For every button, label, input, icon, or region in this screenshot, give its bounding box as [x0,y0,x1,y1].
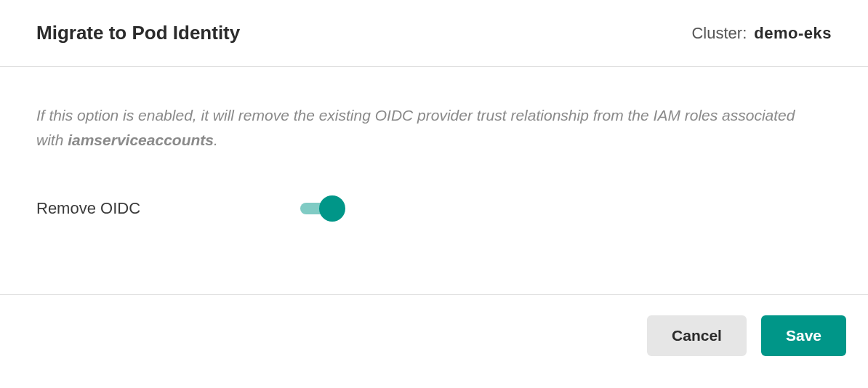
description-text-suffix: . [214,132,218,148]
dialog-footer: Cancel Save [0,295,868,376]
remove-oidc-label: Remove OIDC [36,199,140,218]
remove-oidc-toggle[interactable] [300,195,345,222]
cluster-name: demo-eks [754,24,832,43]
dialog-content: If this option is enabled, it will remov… [0,67,868,295]
cluster-label: Cluster: [691,24,747,43]
cancel-button[interactable]: Cancel [647,315,747,356]
dialog-header: Migrate to Pod Identity Cluster: demo-ek… [0,0,868,67]
cluster-info: Cluster: demo-eks [691,24,832,43]
option-description: If this option is enabled, it will remov… [36,103,807,152]
toggle-thumb [319,195,345,222]
description-text-bold: iamserviceaccounts [68,132,214,148]
option-row: Remove OIDC [36,195,832,222]
page-title: Migrate to Pod Identity [36,22,240,44]
save-button[interactable]: Save [761,315,846,356]
